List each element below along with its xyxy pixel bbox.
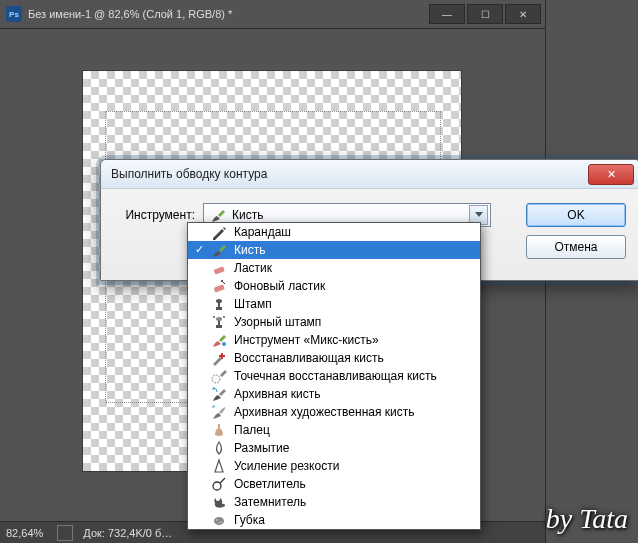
cancel-button[interactable]: Отмена (526, 235, 626, 259)
dropdown-item-label: Узорный штамп (234, 315, 321, 329)
dropdown-item-label: Палец (234, 423, 270, 437)
dropdown-item-art-history-brush[interactable]: Архивная художественная кисть (188, 403, 480, 421)
art-history-brush-icon (210, 404, 228, 420)
sharpen-icon (210, 458, 228, 474)
history-brush-icon (210, 386, 228, 402)
bg-eraser-icon (210, 278, 228, 294)
dropdown-item-label: Штамп (234, 297, 272, 311)
dropdown-item-label: Губка (234, 513, 265, 527)
blur-icon (210, 440, 228, 456)
dropdown-item-bg-eraser[interactable]: Фоновый ластик (188, 277, 480, 295)
dropdown-item-spot-healing[interactable]: Точечная восстанавливающая кисть (188, 367, 480, 385)
healing-icon (210, 350, 228, 366)
status-zoom[interactable]: 82,64% (6, 527, 43, 539)
dropdown-item-brush[interactable]: ✓Кисть (188, 241, 480, 259)
dropdown-item-label: Усиление резкости (234, 459, 339, 473)
smudge-icon (210, 422, 228, 438)
brush-icon (210, 242, 228, 258)
ok-button[interactable]: OK (526, 203, 626, 227)
tool-selected-value: Кисть (232, 208, 469, 222)
pencil-icon (210, 224, 228, 240)
dropdown-item-label: Фоновый ластик (234, 279, 325, 293)
burn-icon (210, 494, 228, 510)
photoshop-titlebar: Ps Без имени-1 @ 82,6% (Слой 1, RGB/8) *… (0, 0, 545, 29)
ps-logo-icon: Ps (6, 6, 22, 22)
dropdown-item-smudge[interactable]: Палец (188, 421, 480, 439)
dialog-title: Выполнить обводку контура (111, 167, 588, 181)
dropdown-item-mixer-brush[interactable]: Инструмент «Микс-кисть» (188, 331, 480, 349)
stamp-icon (210, 296, 228, 312)
dropdown-item-blur[interactable]: Размытие (188, 439, 480, 457)
check-icon: ✓ (192, 243, 206, 256)
dropdown-item-label: Архивная кисть (234, 387, 320, 401)
dropdown-item-label: Затемнитель (234, 495, 306, 509)
dropdown-item-pattern-stamp[interactable]: Узорный штамп (188, 313, 480, 331)
dropdown-item-label: Кисть (234, 243, 265, 257)
status-icon (57, 525, 73, 541)
spot-healing-icon (210, 368, 228, 384)
dropdown-item-pencil[interactable]: Карандаш (188, 223, 480, 241)
mixer-brush-icon (210, 332, 228, 348)
dropdown-item-label: Восстанавливающая кисть (234, 351, 384, 365)
pattern-stamp-icon (210, 314, 228, 330)
sponge-icon (210, 512, 228, 528)
dropdown-item-history-brush[interactable]: Архивная кисть (188, 385, 480, 403)
close-button[interactable]: ✕ (505, 4, 541, 24)
dropdown-item-label: Ластик (234, 261, 272, 275)
dropdown-item-label: Размытие (234, 441, 289, 455)
eraser-icon (210, 260, 228, 276)
dropdown-item-label: Точечная восстанавливающая кисть (234, 369, 437, 383)
brush-icon (210, 207, 226, 223)
tool-dropdown-list[interactable]: Карандаш✓КистьЛастикФоновый ластикШтампУ… (187, 222, 481, 530)
dropdown-item-burn[interactable]: Затемнитель (188, 493, 480, 511)
dropdown-item-sponge[interactable]: Губка (188, 511, 480, 529)
dialog-close-button[interactable]: ✕ (588, 164, 634, 185)
dropdown-item-label: Инструмент «Микс-кисть» (234, 333, 379, 347)
dropdown-item-eraser[interactable]: Ластик (188, 259, 480, 277)
dodge-icon (210, 476, 228, 492)
dropdown-item-dodge[interactable]: Осветлитель (188, 475, 480, 493)
dropdown-item-label: Архивная художественная кисть (234, 405, 414, 419)
dropdown-item-label: Осветлитель (234, 477, 306, 491)
dropdown-item-healing[interactable]: Восстанавливающая кисть (188, 349, 480, 367)
tool-label: Инструмент: (115, 208, 195, 222)
document-title: Без имени-1 @ 82,6% (Слой 1, RGB/8) * (28, 8, 429, 20)
maximize-button[interactable]: ☐ (467, 4, 503, 24)
dropdown-item-sharpen[interactable]: Усиление резкости (188, 457, 480, 475)
minimize-button[interactable]: — (429, 4, 465, 24)
dropdown-item-label: Карандаш (234, 225, 291, 239)
watermark: by Tata (546, 503, 628, 535)
dialog-titlebar[interactable]: Выполнить обводку контура ✕ (101, 160, 638, 189)
dropdown-item-stamp[interactable]: Штамп (188, 295, 480, 313)
